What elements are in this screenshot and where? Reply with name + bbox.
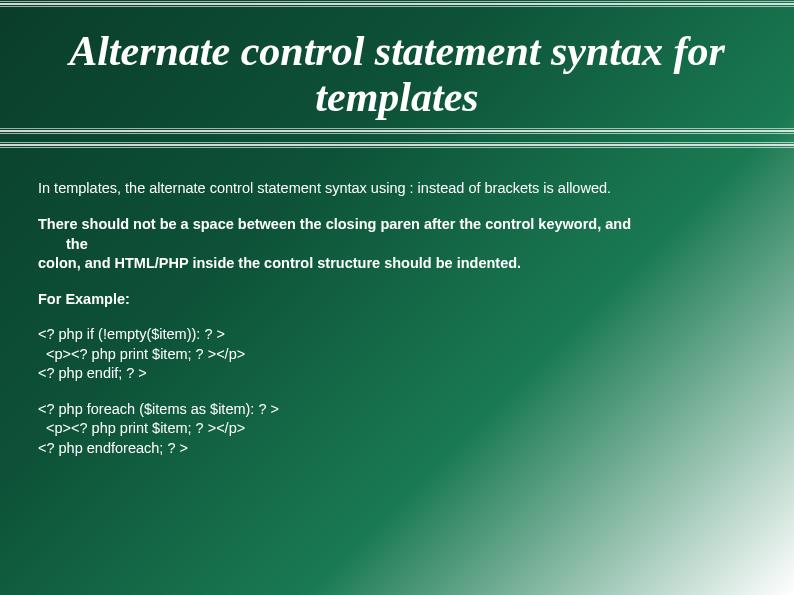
paragraph: In templates, the alternate control stat… xyxy=(38,179,756,199)
mid-rule-group-1 xyxy=(0,128,794,134)
rule-line xyxy=(0,130,794,132)
slide-title: Alternate control statement syntax for t… xyxy=(0,28,794,120)
code-line: <p><? php print $item; ? ></p> xyxy=(38,419,756,439)
mid-rule-group-2 xyxy=(0,142,794,148)
code-line: <? php endforeach; ? > xyxy=(38,439,756,459)
rule-line xyxy=(0,3,794,5)
code-line: <? php endif; ? > xyxy=(38,364,756,384)
code-line: <? php foreach ($items as $item): ? > xyxy=(38,400,756,420)
code-block: <? php foreach ($items as $item): ? > <p… xyxy=(38,400,756,459)
paragraph-bold: There should not be a space between the … xyxy=(38,215,756,274)
example-label: For Example: xyxy=(38,290,756,310)
slide: Alternate control statement syntax for t… xyxy=(0,1,794,595)
code-line: <p><? php print $item; ? ></p> xyxy=(38,345,756,365)
body-text: colon, and HTML/PHP inside the control s… xyxy=(38,254,756,274)
rule-line xyxy=(0,144,794,146)
rule-line xyxy=(0,6,794,7)
body-text: the xyxy=(38,235,756,255)
code-block: <? php if (!empty($item)): ? > <p><? php… xyxy=(38,325,756,384)
body-text: There should not be a space between the … xyxy=(38,215,756,235)
rule-line xyxy=(0,133,794,134)
content-area: In templates, the alternate control stat… xyxy=(0,149,794,458)
rule-line xyxy=(0,1,794,2)
rule-line xyxy=(0,147,794,148)
top-rule-group xyxy=(0,1,794,7)
title-block: Alternate control statement syntax for t… xyxy=(0,8,794,122)
rule-line xyxy=(0,128,794,129)
code-line: <? php if (!empty($item)): ? > xyxy=(38,325,756,345)
body-text: In templates, the alternate control stat… xyxy=(38,180,611,196)
rule-line xyxy=(0,142,794,143)
